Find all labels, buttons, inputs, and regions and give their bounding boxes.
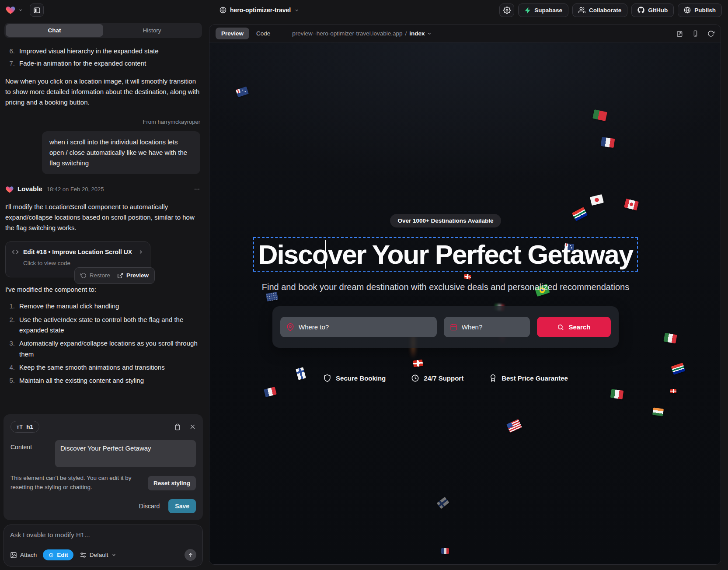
content-input[interactable]: Discover Your Perfect Getaway	[55, 440, 196, 467]
more-menu-icon[interactable]	[194, 186, 200, 192]
assistant-name: Lovable	[17, 184, 42, 194]
reset-styling-button[interactable]: Reset styling	[148, 476, 196, 490]
chat-sidebar: Chat History 6. Improved visual hierarch…	[0, 20, 206, 570]
chevron-down-icon	[294, 8, 299, 13]
flag-india-icon	[652, 407, 664, 416]
preview-button[interactable]: Preview	[117, 271, 149, 280]
project-switcher[interactable]: hero-optimizer-travel	[219, 7, 299, 14]
close-icon[interactable]	[189, 423, 196, 430]
tab-preview[interactable]: Preview	[216, 28, 249, 39]
when-field[interactable]	[444, 317, 530, 337]
publish-button[interactable]: Publish	[678, 3, 722, 17]
calendar-icon	[450, 323, 457, 331]
flag-switzerland-icon	[670, 389, 676, 393]
element-tag: h1	[26, 423, 33, 430]
style-note: This element can't be styled. You can ed…	[10, 474, 143, 492]
refresh-icon[interactable]	[707, 30, 714, 37]
preview-url[interactable]: preview--hero-optimizer-travel.lovable.a…	[292, 30, 432, 37]
discard-button[interactable]: Discard	[139, 503, 160, 510]
flag-france-icon	[441, 548, 449, 554]
assistant-header: Lovable 18:42 on Feb 20, 2025	[5, 184, 200, 194]
flag-usa-icon	[506, 419, 522, 433]
when-input[interactable]	[462, 323, 524, 331]
preview-label: Preview	[126, 271, 149, 280]
selected-element-outline[interactable]: Discover Your Perfect Getaway	[253, 237, 638, 272]
map-pin-icon	[286, 323, 294, 331]
list-number: 6.	[5, 46, 15, 56]
globe-icon	[684, 7, 691, 14]
composer-input[interactable]	[10, 531, 196, 539]
save-button[interactable]: Save	[168, 499, 196, 513]
search-button[interactable]: Search	[537, 317, 611, 337]
content-label: Content	[10, 440, 49, 467]
destinations-badge: Over 1000+ Destinations Available	[390, 214, 501, 227]
feature-label: 24/7 Support	[424, 374, 463, 382]
url-page: index	[409, 30, 425, 37]
code-icon	[12, 248, 19, 255]
restore-button[interactable]: Restore	[80, 271, 110, 280]
restore-label: Restore	[90, 271, 110, 280]
hero-title[interactable]: Discover Your Perfect Getaway	[258, 239, 633, 270]
list-text: Use the activeIndex state to control bot…	[19, 315, 200, 336]
github-label: GitHub	[648, 7, 668, 14]
feature-secure-booking: Secure Booking	[323, 374, 386, 382]
attach-label: Attach	[20, 552, 37, 558]
chat-composer: Attach Edit Default	[3, 525, 203, 567]
list-number: 7.	[5, 58, 15, 69]
tab-history[interactable]: History	[103, 24, 201, 37]
chat-scroll[interactable]: 6. Improved visual hierarchy in the expa…	[0, 40, 206, 412]
feature-label: Best Price Guarantee	[502, 374, 568, 382]
default-mode-button[interactable]: Default	[80, 552, 116, 559]
publish-label: Publish	[694, 7, 716, 14]
clock-icon	[411, 374, 419, 382]
supabase-button[interactable]: Supabase	[518, 3, 568, 17]
chevron-down-icon	[111, 553, 116, 557]
edit-card-title: Edit #18 • Improve Location Scroll UX	[23, 247, 133, 257]
list-number: 5.	[5, 375, 15, 386]
preview-area: Preview Code preview--hero-optimizer-tra…	[206, 20, 728, 570]
edit-label: Edit	[57, 552, 68, 558]
award-icon	[489, 374, 497, 382]
list-item: 5. Maintain all the existing content and…	[5, 375, 200, 386]
tab-chat[interactable]: Chat	[6, 24, 103, 37]
list-text: Maintain all the existing content and st…	[19, 375, 144, 386]
topbar: hero-optimizer-travel Supabase	[0, 0, 728, 20]
list-number: 3.	[5, 338, 15, 360]
arrow-up-icon	[188, 552, 194, 558]
list-text: Improved visual hierarchy in the expande…	[19, 46, 159, 56]
lovable-logo-icon[interactable]	[5, 5, 16, 15]
send-button[interactable]	[185, 549, 196, 561]
attach-button[interactable]: Attach	[10, 552, 37, 559]
list-item: 4. Keep the same smooth animations and t…	[5, 362, 200, 373]
tab-code[interactable]: Code	[256, 30, 270, 37]
open-in-new-tab-icon[interactable]	[676, 30, 683, 37]
url-separator: /	[405, 30, 407, 37]
where-input[interactable]	[299, 323, 431, 331]
sliders-icon	[80, 552, 87, 559]
shield-icon	[323, 374, 331, 382]
settings-button[interactable]	[499, 3, 514, 17]
where-field[interactable]	[280, 317, 437, 337]
supabase-label: Supabase	[534, 7, 562, 14]
trash-icon[interactable]	[174, 423, 181, 430]
element-tag-badge[interactable]: тT h1	[10, 421, 39, 433]
modifications-list: 1. Remove the manual click handling 2. U…	[5, 301, 200, 386]
flag-france-icon	[264, 387, 277, 397]
flag-finland-icon	[436, 497, 449, 509]
assistant-message: I'll modify the LocationScroll component…	[5, 202, 200, 234]
list-item: 1. Remove the manual click handling	[5, 301, 200, 311]
list-item: 6. Improved visual hierarchy in the expa…	[5, 46, 200, 56]
chevron-down-icon[interactable]	[18, 8, 23, 12]
github-button[interactable]: GitHub	[631, 3, 674, 17]
url-host: preview--hero-optimizer-travel.lovable.a…	[292, 30, 402, 37]
list-text: Remove the manual click handling	[19, 301, 119, 311]
edit-card-subtitle: Click to view code	[23, 259, 144, 268]
list-item: 7. Fade-in animation for the expanded co…	[5, 58, 200, 69]
message-author-label: From harrymckayroper	[5, 117, 200, 126]
github-icon	[637, 7, 644, 14]
sidebar-toggle-button[interactable]	[30, 3, 44, 17]
edit-mode-button[interactable]: Edit	[43, 549, 73, 560]
collaborate-button[interactable]: Collaborate	[572, 3, 627, 17]
mobile-view-icon[interactable]	[692, 30, 699, 37]
feature-best-price: Best Price Guarantee	[489, 374, 568, 382]
